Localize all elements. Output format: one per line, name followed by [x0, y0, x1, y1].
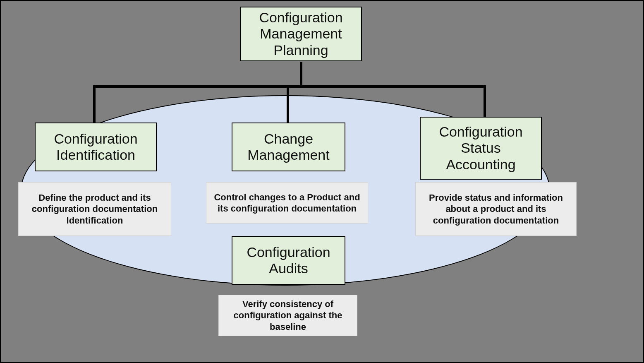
desc-config-audits-text: Verify consistency of configuration agai… — [225, 298, 351, 333]
box-config-audits-label: Configuration Audits — [237, 244, 340, 276]
desc-config-identification-text: Define the product and its configuration… — [24, 192, 165, 226]
desc-change-management: Control changes to a Product and its con… — [206, 182, 368, 224]
connector-vertical-right — [484, 85, 486, 117]
desc-config-audits: Verify consistency of configuration agai… — [218, 295, 357, 336]
box-change-management-label: Change Management — [237, 131, 340, 163]
connector-vertical-top — [300, 62, 302, 87]
desc-config-identification: Define the product and its configuration… — [18, 182, 171, 236]
desc-status-accounting-text: Provide status and information about a p… — [421, 192, 570, 226]
box-config-mgmt-planning-label: Configuration Management Planning — [246, 10, 356, 58]
desc-change-management-text: Control changes to a Product and its con… — [212, 192, 362, 214]
connector-horizontal — [93, 85, 486, 88]
box-config-identification-label: Configuration Identification — [41, 131, 151, 163]
box-status-accounting-label: Configuration Status Accounting — [426, 124, 536, 172]
connector-vertical-left — [93, 85, 96, 123]
connector-vertical-center — [287, 85, 289, 123]
box-config-audits: Configuration Audits — [232, 236, 345, 285]
box-status-accounting: Configuration Status Accounting — [420, 117, 542, 180]
box-config-mgmt-planning: Configuration Management Planning — [240, 7, 362, 61]
box-config-identification: Configuration Identification — [35, 123, 157, 171]
desc-status-accounting: Provide status and information about a p… — [415, 182, 577, 236]
box-change-management: Change Management — [232, 123, 345, 171]
